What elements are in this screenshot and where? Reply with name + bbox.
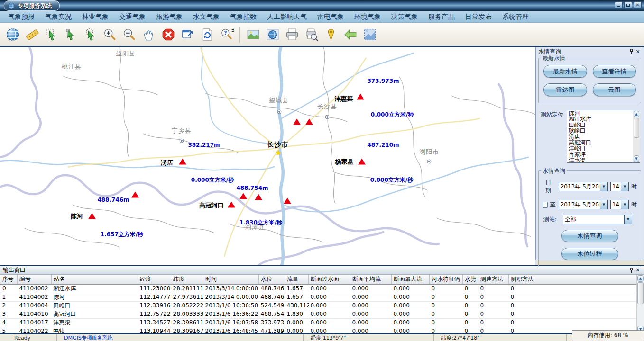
menu-item[interactable]: 雷电气象	[312, 13, 349, 21]
date-to-combo[interactable]: 2013年 5月20日▼	[559, 200, 608, 209]
station-marker[interactable]	[284, 197, 291, 204]
column-header[interactable]: 河水特征码	[430, 275, 463, 284]
view-details-button[interactable]: 查看详情	[593, 65, 636, 78]
menu-item[interactable]: 人工影响天气	[262, 13, 312, 21]
to-date-checkbox[interactable]	[543, 202, 548, 208]
column-header[interactable]: 时间	[203, 275, 259, 284]
menu-item[interactable]: 系统管理	[497, 13, 534, 21]
status-bar: Ready DMGIS专项服务系统 经度:113°9'7" 纬度:27°47'1…	[0, 334, 644, 341]
column-header[interactable]: 站名	[52, 275, 138, 284]
station-marker[interactable]	[131, 191, 139, 197]
menu-item[interactable]: 旅游气象	[151, 13, 188, 21]
table-row[interactable]: 541104022鸣犊113.109444 28.3091672013/1/6 …	[0, 327, 637, 333]
table-scrollbar[interactable]: ▲ ▼	[636, 275, 644, 333]
menu-item[interactable]: 气象预报	[3, 13, 40, 21]
export-window-icon[interactable]	[180, 27, 195, 42]
menu-item[interactable]: 林业气象	[77, 13, 114, 21]
column-header[interactable]: 测速方法	[478, 275, 509, 284]
station-marker[interactable]	[239, 193, 247, 199]
water-level-process-button[interactable]: 水位过程	[561, 248, 618, 260]
map-station-label: 杨家盘	[335, 158, 354, 166]
menu-item[interactable]: 气象指数	[225, 13, 262, 21]
globe-tool-icon[interactable]	[5, 27, 20, 42]
zoom-in-icon[interactable]	[102, 27, 118, 42]
menu-item[interactable]: 气象实况	[40, 13, 77, 21]
table-row[interactable]: 341104010高冠河口112.757222 28.0033332013/1/…	[0, 310, 637, 318]
image-icon[interactable]	[245, 27, 261, 42]
identify-icon[interactable]: ?±	[219, 27, 234, 42]
pan-hand-icon[interactable]	[141, 27, 156, 42]
station-listbox[interactable]: 陈河湘江水库田峪口耿峪口涝店高冠河口沣峪口冉家坪沣惠渠 ▲ ▼	[567, 110, 640, 163]
station-marker[interactable]	[305, 118, 313, 125]
close-button[interactable]: ✕	[634, 1, 642, 9]
column-header[interactable]: 序号	[0, 275, 18, 284]
column-header[interactable]: 水势	[463, 275, 478, 284]
column-header[interactable]: 断面过水面	[309, 275, 350, 284]
cloud-image-button[interactable]: 云图	[593, 83, 636, 96]
water-query-button[interactable]: 水情查询	[561, 230, 618, 242]
scroll-up-icon[interactable]: ▲	[637, 275, 644, 282]
menu-item[interactable]: 环境气象	[349, 13, 386, 21]
scroll-thumb[interactable]	[634, 118, 639, 138]
status-ready: Ready	[0, 334, 57, 341]
menu-item[interactable]: 交通气象	[114, 13, 151, 21]
station-list-item[interactable]: 耿峪口	[567, 128, 633, 134]
station-marker[interactable]	[255, 194, 262, 200]
panel-close-icon[interactable]: ✕	[635, 48, 641, 55]
select-arrow-icon[interactable]	[63, 27, 79, 42]
station-marker[interactable]	[358, 158, 366, 164]
menu-item[interactable]: 水文气象	[188, 13, 225, 21]
minimize-button[interactable]	[615, 1, 623, 9]
location-pin-icon[interactable]	[323, 27, 339, 42]
map-extent-icon[interactable]	[362, 27, 377, 42]
menu-item[interactable]: 日常发布	[460, 13, 497, 21]
scroll-thumb[interactable]	[637, 282, 644, 304]
panel-pin-icon[interactable]	[628, 48, 635, 55]
hour-to-combo[interactable]: 14▼	[610, 200, 629, 209]
select-circle-icon[interactable]	[83, 27, 98, 42]
column-header[interactable]: 流量	[285, 275, 309, 284]
globe-image-icon[interactable]	[265, 27, 280, 42]
table-row[interactable]: 241104004田峪口112.339167 28.0522222013/1/6…	[0, 301, 637, 310]
listbox-scrollbar[interactable]: ▲ ▼	[633, 110, 640, 162]
station-marker[interactable]	[88, 213, 96, 219]
latest-water-button[interactable]: 最新水情	[543, 65, 587, 78]
table-row[interactable]: 041104002湘江水库111.230000 28.2811112013/3/…	[0, 284, 637, 293]
print-preview-icon[interactable]	[304, 27, 319, 42]
station-list-item[interactable]: 沣惠渠	[567, 157, 633, 163]
print-icon[interactable]	[284, 27, 300, 42]
station-list-item[interactable]: 沣峪口	[567, 145, 633, 151]
station-marker[interactable]	[293, 118, 301, 125]
map-canvas[interactable]: ★ 益阳县 桃江县 望城县 长沙县 宁乡县 浏阳市 湘潭县 长沙市 沣惠渠 涝店…	[0, 47, 535, 265]
column-header[interactable]: 水位	[259, 275, 285, 284]
zoom-out-icon[interactable]	[121, 27, 137, 42]
column-header[interactable]: 断面平均流	[350, 275, 392, 284]
measure-ruler-icon[interactable]	[24, 27, 40, 42]
column-header[interactable]: 纬度	[171, 275, 203, 284]
column-header[interactable]: 编号	[18, 275, 52, 284]
refresh-icon[interactable]	[199, 27, 215, 42]
table-row[interactable]: 141104002陈河112.147778 27.9736112013/3/14…	[0, 293, 637, 301]
date-from-combo[interactable]: 2013年 5月20日▼	[559, 182, 608, 191]
column-header[interactable]: 测积方法	[509, 275, 637, 284]
station-combo[interactable]: 全部▼	[563, 215, 632, 224]
output-close-icon[interactable]: ✕	[635, 267, 641, 274]
station-list-item[interactable]: 湘江水库	[567, 116, 633, 122]
select-features-icon[interactable]	[44, 27, 59, 42]
scroll-down-icon[interactable]: ▼	[634, 155, 639, 162]
back-arrow-icon[interactable]	[342, 27, 358, 42]
station-marker[interactable]	[357, 93, 364, 99]
output-pin-icon[interactable]	[628, 267, 635, 274]
menu-item[interactable]: 决策气象	[386, 13, 423, 21]
scroll-up-icon[interactable]: ▲	[634, 111, 639, 117]
column-header[interactable]: 断面最大流	[392, 275, 430, 284]
station-marker[interactable]	[179, 158, 186, 164]
column-header[interactable]: 经度	[138, 275, 171, 284]
hour-from-combo[interactable]: 14▼	[610, 182, 629, 191]
table-row[interactable]: 441104017沣惠渠113.345278 28.3986112013/1/6…	[0, 318, 637, 327]
menu-item[interactable]: 服务产品	[423, 13, 460, 21]
radar-chart-button[interactable]: 雷达图	[543, 83, 587, 96]
restore-button[interactable]	[624, 1, 632, 9]
stop-icon[interactable]	[160, 27, 176, 42]
station-marker[interactable]	[228, 201, 235, 207]
